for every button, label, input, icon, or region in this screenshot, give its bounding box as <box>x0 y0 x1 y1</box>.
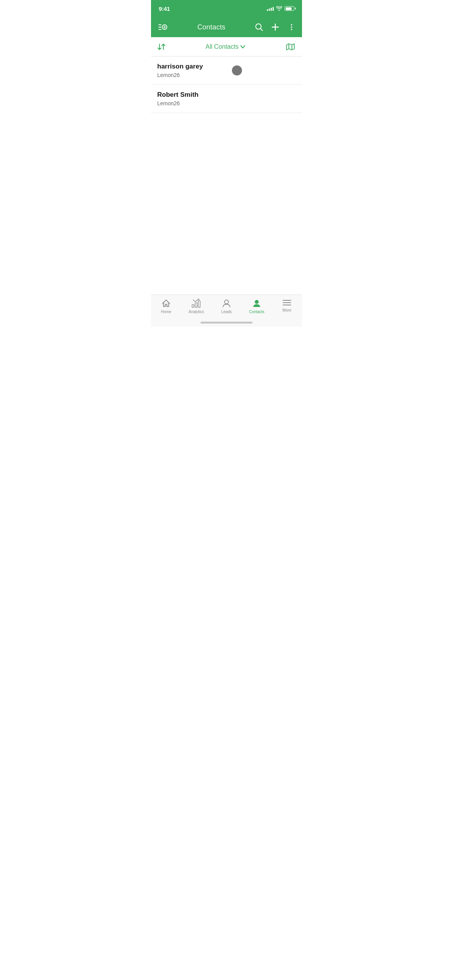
status-time: 9:41 <box>159 5 170 12</box>
filter-selector[interactable]: All Contacts <box>206 43 245 50</box>
header-left <box>157 22 168 32</box>
contact-name: harrison garey <box>157 63 296 70</box>
nav-label-home: Home <box>161 310 172 314</box>
page-title: Contacts <box>197 23 226 31</box>
sub-header: All Contacts <box>151 37 302 57</box>
home-icon <box>161 299 171 308</box>
nav-label-contacts: Contacts <box>249 310 264 314</box>
svg-rect-18 <box>195 303 197 307</box>
svg-rect-17 <box>192 305 194 307</box>
app-header: Contacts <box>151 17 302 37</box>
map-button[interactable] <box>285 42 296 51</box>
add-icon <box>271 23 280 31</box>
contact-name: Robert Smith <box>157 91 296 99</box>
map-icon <box>285 42 296 51</box>
status-icons <box>267 6 294 11</box>
sort-button[interactable] <box>157 43 166 51</box>
nav-label-leads: Leads <box>221 310 232 314</box>
status-bar: 9:41 <box>151 0 302 17</box>
header-actions <box>255 23 296 31</box>
search-icon <box>255 23 263 31</box>
more-button[interactable] <box>287 23 296 31</box>
svg-rect-19 <box>198 301 200 307</box>
nav-item-analytics[interactable]: Analytics <box>181 299 211 314</box>
svg-point-21 <box>255 300 259 304</box>
svg-line-7 <box>260 29 263 31</box>
svg-point-11 <box>291 26 292 28</box>
analytics-icon <box>191 299 201 308</box>
contacts-icon <box>252 299 261 308</box>
nav-item-contacts[interactable]: Contacts <box>242 299 272 314</box>
contact-item[interactable]: harrison garey Lemon26 <box>151 57 302 85</box>
nav-item-home[interactable]: Home <box>151 299 181 314</box>
nav-label-analytics: Analytics <box>189 310 204 314</box>
leads-icon <box>222 299 231 308</box>
contact-company: Lemon26 <box>157 72 296 78</box>
more-nav-icon <box>282 299 292 307</box>
battery-icon <box>285 6 294 11</box>
contact-company: Lemon26 <box>157 100 296 106</box>
contact-item[interactable]: Robert Smith Lemon26 <box>151 85 302 113</box>
add-button[interactable] <box>271 23 280 31</box>
cursor-indicator <box>232 65 242 75</box>
settings-filter-icon[interactable] <box>157 22 168 32</box>
svg-point-10 <box>291 24 292 26</box>
nav-label-more: More <box>283 308 292 312</box>
nav-item-leads[interactable]: Leads <box>211 299 242 314</box>
search-button[interactable] <box>255 23 263 31</box>
home-indicator <box>201 322 252 324</box>
chevron-down-icon <box>240 45 245 48</box>
sort-icon <box>157 43 166 51</box>
contact-list: harrison garey Lemon26 Robert Smith Lemo… <box>151 57 302 314</box>
svg-point-12 <box>291 29 292 30</box>
nav-item-more[interactable]: More <box>272 299 302 312</box>
svg-point-20 <box>225 300 228 304</box>
wifi-icon <box>276 6 282 11</box>
more-vertical-icon <box>287 23 296 31</box>
signal-icon <box>267 6 274 11</box>
